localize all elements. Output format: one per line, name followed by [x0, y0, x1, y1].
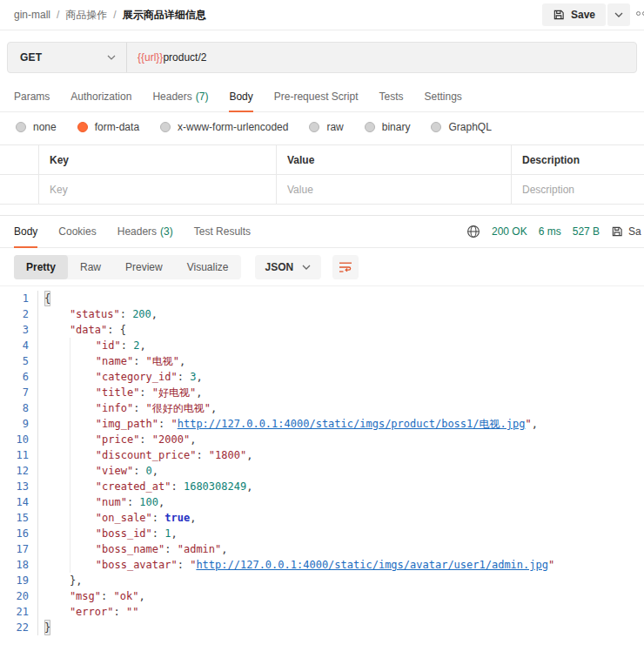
indent-guide [44, 463, 70, 479]
body-type-form-data[interactable]: form-data [77, 121, 139, 133]
response-tab-test-results[interactable]: Test Results [194, 216, 251, 248]
response-view-bar: PrettyRawPreviewVisualize JSON [0, 248, 644, 285]
line-content: "boss_id": 1, [37, 526, 644, 541]
method-dropdown[interactable]: GET [8, 43, 126, 72]
body-type-none[interactable]: none [16, 121, 57, 133]
request-tab-body[interactable]: Body [229, 81, 252, 112]
tab-label: Body [14, 225, 37, 238]
format-label: JSON [265, 261, 294, 273]
indent-guide [44, 588, 70, 604]
view-tab-visualize[interactable]: Visualize [175, 255, 241, 279]
indent-guide [44, 573, 70, 588]
save-options-button[interactable] [607, 3, 630, 26]
code-line: 6"category_id": 3, [0, 369, 644, 385]
url-input[interactable]: {{url}}product/2 [127, 43, 206, 72]
indent-guide [44, 385, 70, 400]
code-token: : [133, 400, 145, 416]
row-checkbox-cell [0, 175, 39, 205]
code-line: 17"boss_name": "admin", [0, 541, 644, 557]
tab-label: Pre-request Script [274, 91, 359, 103]
code-line: 5"name": "电视", [0, 353, 644, 369]
line-number: 6 [0, 369, 37, 385]
radio-icon [160, 122, 171, 132]
wrap-lines-button[interactable] [332, 255, 359, 279]
line-number: 22 [0, 620, 37, 635]
code-token: , [190, 510, 196, 526]
breadcrumb-separator: / [113, 9, 116, 21]
line-number: 19 [0, 573, 37, 588]
network-globe-icon[interactable] [466, 225, 480, 238]
line-content: "on_sale": true, [37, 510, 644, 526]
response-tab-headers[interactable]: Headers(3) [117, 216, 173, 248]
tab-label: Params [14, 91, 50, 103]
code-token: "num" [96, 494, 127, 510]
indent-guide [70, 494, 96, 510]
request-tab-tests[interactable]: Tests [379, 81, 403, 112]
response-url-link[interactable]: http://127.0.0.1:4000/static/imgs/avatar… [196, 557, 548, 573]
line-content: "category_id": 3, [37, 369, 644, 385]
code-token: "很好的电视" [146, 400, 211, 416]
line-content: "created_at": 1680308249, [37, 479, 644, 494]
code-token: : [158, 416, 171, 432]
radio-label: form-data [95, 121, 139, 133]
response-tab-cookies[interactable]: Cookies [58, 216, 96, 248]
body-type-raw[interactable]: raw [309, 121, 343, 133]
value-input[interactable]: Value [277, 175, 512, 205]
code-token: , [151, 306, 158, 322]
indent-guide [44, 604, 70, 620]
response-url-link[interactable]: http://127.0.0.1:4000/static/imgs/produc… [178, 416, 526, 432]
indent-guide [44, 306, 70, 322]
response-meta: 200 OK 6 ms 527 B Sa [466, 216, 641, 247]
breadcrumb-item-[interactable]: 商品操作 [65, 8, 107, 23]
body-type-graphql[interactable]: GraphQL [431, 121, 491, 133]
view-tab-pretty[interactable]: Pretty [14, 255, 68, 279]
indent-guide [44, 353, 70, 369]
tab-label: Authorization [70, 91, 131, 103]
line-number: 5 [0, 353, 37, 369]
request-tab-settings[interactable]: Settings [425, 81, 462, 112]
indent-guide [70, 369, 96, 385]
indent-guide [70, 479, 96, 494]
indent-guide [70, 416, 96, 432]
status-code[interactable]: 200 OK [492, 225, 527, 238]
code-line: 16"boss_id": 1, [0, 526, 644, 541]
indent-guide [70, 557, 96, 573]
code-line: 3"data": { [0, 322, 644, 338]
description-input[interactable]: Description [512, 175, 644, 205]
line-number: 9 [0, 416, 37, 432]
breadcrumb-item-gin-mall[interactable]: gin-mall [14, 9, 50, 21]
breadcrumb-item-[interactable]: 展示商品详细信息 [123, 8, 206, 23]
code-token: , [221, 541, 227, 557]
line-number: 12 [0, 463, 37, 479]
request-tab-headers[interactable]: Headers(7) [152, 81, 208, 112]
view-tab-raw[interactable]: Raw [68, 255, 113, 279]
line-content: "info": "很好的电视", [37, 400, 644, 416]
view-tab-preview[interactable]: Preview [113, 255, 175, 279]
line-content: "name": "电视", [37, 353, 644, 369]
response-tab-body[interactable]: Body [14, 216, 37, 248]
line-content: "id": 2, [37, 338, 644, 353]
radio-label: x-www-form-urlencoded [178, 121, 288, 133]
body-type-x-www-form-urlencoded[interactable]: x-www-form-urlencoded [160, 121, 288, 133]
save-button[interactable]: Save [542, 3, 606, 26]
save-response-button[interactable]: Sa [611, 225, 641, 238]
radio-label: raw [326, 121, 343, 133]
code-token: , [211, 400, 217, 416]
code-token: , [190, 432, 196, 447]
request-tab-pre-request-script[interactable]: Pre-request Script [274, 81, 359, 112]
tab-label: Test Results [194, 225, 251, 238]
key-input[interactable]: Key [39, 175, 277, 205]
indent-guide [70, 526, 96, 541]
format-dropdown[interactable]: JSON [255, 255, 322, 279]
line-content: } [37, 620, 644, 635]
indent-guide [44, 494, 70, 510]
request-tab-authorization[interactable]: Authorization [70, 81, 131, 112]
code-token: "boss_id" [96, 526, 152, 541]
code-token: 200 [132, 306, 151, 322]
request-tab-params[interactable]: Params [14, 81, 50, 112]
radio-icon [309, 122, 319, 132]
indent-guide [44, 541, 70, 557]
body-type-binary[interactable]: binary [365, 121, 411, 133]
code-token: "2000" [152, 432, 190, 447]
indent-guide [70, 432, 96, 447]
